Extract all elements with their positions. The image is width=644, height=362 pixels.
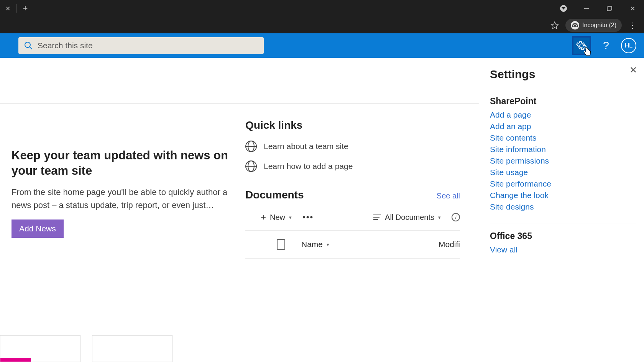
view-selector[interactable]: All Documents ▾ [373, 213, 441, 222]
tab-close-icon[interactable]: ✕ [2, 5, 13, 12]
close-window-button[interactable]: ✕ [621, 0, 644, 17]
settings-link-site-permissions[interactable]: Site permissions [490, 156, 636, 165]
svg-rect-4 [607, 7, 611, 11]
add-news-button[interactable]: Add News [12, 219, 64, 238]
documents-toolbar: + New ▾ ••• All Documents ▾ i [245, 207, 460, 231]
file-icon [277, 239, 285, 250]
sharepoint-header: ? HL [0, 33, 644, 58]
news-body: From the site home page you'll be able t… [12, 186, 234, 212]
search-box[interactable] [18, 37, 264, 54]
settings-title: Settings [490, 68, 636, 81]
search-input[interactable] [38, 41, 258, 50]
profile-icon[interactable] [552, 0, 575, 17]
content-card[interactable] [92, 335, 172, 362]
svg-point-8 [25, 42, 30, 48]
divider [490, 223, 636, 223]
search-icon [24, 41, 33, 50]
settings-link-site-information[interactable]: Site information [490, 145, 636, 154]
incognito-icon [571, 21, 579, 29]
globe-icon [245, 161, 257, 172]
settings-link-site-usage[interactable]: Site usage [490, 168, 636, 177]
settings-link-add-app[interactable]: Add an app [490, 122, 636, 131]
content-card[interactable] [0, 335, 80, 362]
quicklink-item[interactable]: Learn about a team site [245, 141, 460, 152]
incognito-label: Incognito (2) [582, 22, 616, 29]
chevron-down-icon: ▾ [327, 242, 329, 247]
column-modified[interactable]: Modifi [439, 240, 460, 249]
svg-line-9 [30, 47, 32, 49]
browser-menu-icon[interactable]: ⋮ [625, 18, 640, 33]
settings-section-sharepoint: SharePoint [490, 96, 636, 106]
more-actions-button[interactable]: ••• [302, 212, 314, 222]
minimize-button[interactable] [575, 0, 598, 17]
browser-chrome: ✕ + ✕ Incognito (2) ⋮ [0, 0, 644, 33]
new-document-button[interactable]: + New ▾ [261, 212, 292, 223]
settings-link-site-designs[interactable]: Site designs [490, 202, 636, 211]
chevron-down-icon: ▾ [438, 215, 441, 220]
plus-icon: + [261, 212, 266, 223]
info-icon: i [452, 213, 460, 221]
main-content: Keep your team updated with news on your… [0, 58, 479, 362]
settings-link-view-all[interactable]: View all [490, 245, 636, 254]
tab-separator [16, 4, 16, 13]
globe-icon [245, 141, 257, 152]
documents-heading: Documents [245, 189, 304, 201]
settings-link-site-performance[interactable]: Site performance [490, 179, 636, 188]
quicklink-item[interactable]: Learn how to add a page [245, 161, 460, 172]
star-icon[interactable] [547, 18, 562, 33]
avatar[interactable]: HL [621, 38, 636, 53]
list-icon [373, 214, 381, 220]
settings-button[interactable] [572, 36, 591, 55]
maximize-button[interactable] [598, 0, 621, 17]
news-heading: Keep your team updated with news on your… [12, 148, 234, 179]
see-all-link[interactable]: See all [437, 192, 460, 200]
close-panel-button[interactable]: ✕ [629, 65, 637, 75]
quicklinks-heading: Quick links [245, 119, 460, 131]
quicklink-label: Learn how to add a page [264, 162, 353, 171]
svg-point-5 [572, 25, 575, 27]
column-name[interactable]: Name ▾ [301, 240, 329, 249]
settings-section-office365: Office 365 [490, 231, 636, 241]
help-button[interactable]: ? [599, 39, 613, 52]
settings-link-add-page[interactable]: Add a page [490, 110, 636, 120]
new-tab-button[interactable]: + [20, 3, 31, 13]
ellipsis-icon: ••• [302, 212, 314, 222]
info-button[interactable]: i [452, 213, 460, 221]
svg-point-6 [575, 25, 578, 27]
settings-link-site-contents[interactable]: Site contents [490, 133, 636, 143]
chevron-down-icon: ▾ [289, 215, 292, 220]
quicklink-label: Learn about a team site [264, 142, 348, 151]
gear-icon [576, 40, 587, 51]
settings-link-change-look[interactable]: Change the look [490, 191, 636, 200]
settings-panel: ✕ Settings SharePoint Add a page Add an … [479, 58, 644, 362]
documents-table-header: Name ▾ Modifi [245, 231, 460, 259]
incognito-indicator[interactable]: Incognito (2) [565, 19, 622, 32]
